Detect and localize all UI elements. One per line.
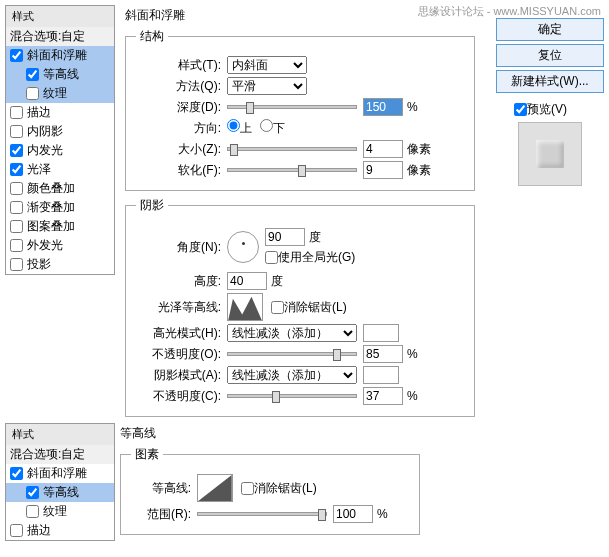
gloss-antialias-label: 消除锯齿(L) — [284, 299, 347, 316]
depth-label: 深度(D): — [136, 99, 221, 116]
angle-input[interactable] — [265, 228, 305, 246]
shadow-mode-select[interactable]: 线性减淡（添加） — [227, 366, 357, 384]
ok-button[interactable]: 确定 — [496, 18, 604, 41]
coloroverlay-check[interactable] — [10, 182, 23, 195]
innershadow-label: 内阴影 — [27, 123, 63, 140]
preview-label: 预览(V) — [527, 101, 567, 118]
gloss-curve[interactable] — [227, 293, 263, 321]
innerglow-label: 内发光 — [27, 142, 63, 159]
blend-options-row[interactable]: 混合选项:自定 — [6, 27, 114, 46]
texture-row-2[interactable]: 纹理 — [6, 502, 114, 521]
outer-glow-row[interactable]: 外发光 — [6, 236, 114, 255]
angle-label: 角度(N): — [136, 239, 221, 256]
elements-legend: 图素 — [131, 446, 163, 463]
preview-box — [518, 122, 582, 186]
gloss-antialias-check[interactable] — [271, 301, 284, 314]
size-slider[interactable] — [227, 147, 357, 151]
contour-row-2[interactable]: 等高线 — [6, 483, 114, 502]
bevel-check-2[interactable] — [10, 467, 23, 480]
soften-slider[interactable] — [227, 168, 357, 172]
global-light-check[interactable] — [265, 251, 278, 264]
direction-label: 方向: — [136, 120, 221, 137]
range-slider[interactable] — [197, 512, 327, 516]
altitude-unit: 度 — [271, 273, 283, 290]
depth-unit: % — [407, 100, 418, 114]
shadow-color-swatch[interactable] — [363, 366, 399, 384]
sh-opacity-input[interactable] — [363, 387, 403, 405]
contour-antialias-check[interactable] — [241, 482, 254, 495]
right-panel: 确定 复位 新建样式(W)... 预览(V) — [496, 15, 604, 186]
panel-header: 样式 — [6, 6, 114, 27]
pattern-overlay-row[interactable]: 图案叠加 — [6, 217, 114, 236]
inner-shadow-row[interactable]: 内阴影 — [6, 122, 114, 141]
size-input[interactable] — [363, 140, 403, 158]
preview-check[interactable] — [514, 103, 527, 116]
outerglow-check[interactable] — [10, 239, 23, 252]
gradoverlay-check[interactable] — [10, 201, 23, 214]
stroke-row-2[interactable]: 描边 — [6, 521, 114, 540]
size-label: 大小(Z): — [136, 141, 221, 158]
bevel-label: 斜面和浮雕 — [27, 47, 87, 64]
texture-check-2[interactable] — [26, 505, 39, 518]
sh-opacity-slider[interactable] — [227, 394, 357, 398]
soften-input[interactable] — [363, 161, 403, 179]
contour-check[interactable] — [26, 68, 39, 81]
contour-check-2[interactable] — [26, 486, 39, 499]
style-label: 样式(T): — [136, 57, 221, 74]
satin-row[interactable]: 光泽 — [6, 160, 114, 179]
texture-row[interactable]: 纹理 — [6, 84, 114, 103]
texture-check[interactable] — [26, 87, 39, 100]
inner-glow-row[interactable]: 内发光 — [6, 141, 114, 160]
main-title: 斜面和浮雕 — [125, 7, 475, 24]
hi-opacity-label: 不透明度(O): — [136, 346, 221, 363]
sh-opacity-label: 不透明度(C): — [136, 388, 221, 405]
contour-label-2: 等高线 — [43, 484, 79, 501]
dir-up[interactable]: 上 — [227, 121, 252, 135]
altitude-input[interactable] — [227, 272, 267, 290]
dir-down[interactable]: 下 — [260, 121, 285, 135]
stroke-row[interactable]: 描边 — [6, 103, 114, 122]
innershadow-check[interactable] — [10, 125, 23, 138]
soften-unit: 像素 — [407, 162, 431, 179]
satin-check[interactable] — [10, 163, 23, 176]
styles-panel-2: 样式 混合选项:自定 斜面和浮雕 等高线 纹理 描边 — [5, 423, 115, 541]
depth-input[interactable] — [363, 98, 403, 116]
size-unit: 像素 — [407, 141, 431, 158]
outerglow-label: 外发光 — [27, 237, 63, 254]
color-overlay-row[interactable]: 颜色叠加 — [6, 179, 114, 198]
bevel-row-2[interactable]: 斜面和浮雕 — [6, 464, 114, 483]
blend-options-row-2[interactable]: 混合选项:自定 — [6, 445, 114, 464]
method-select[interactable]: 平滑 — [227, 77, 307, 95]
gradoverlay-label: 渐变叠加 — [27, 199, 75, 216]
soften-label: 软化(F): — [136, 162, 221, 179]
contour-panel: 等高线 图素 等高线:消除锯齿(L) 范围(R):% — [120, 423, 420, 541]
styles-panel: 样式 混合选项:自定 斜面和浮雕 等高线 纹理 描边 内阴影 内发光 光泽 颜色… — [5, 5, 115, 275]
hi-opacity-input[interactable] — [363, 345, 403, 363]
new-style-button[interactable]: 新建样式(W)... — [496, 70, 604, 93]
coloroverlay-label: 颜色叠加 — [27, 180, 75, 197]
highlight-mode-select[interactable]: 线性减淡（添加） — [227, 324, 357, 342]
contour-label: 等高线 — [43, 66, 79, 83]
patoverlay-check[interactable] — [10, 220, 23, 233]
texture-label: 纹理 — [43, 85, 67, 102]
stroke-check-2[interactable] — [10, 524, 23, 537]
depth-slider[interactable] — [227, 105, 357, 109]
structure-legend: 结构 — [136, 28, 168, 45]
reset-button[interactable]: 复位 — [496, 44, 604, 67]
satin-label: 光泽 — [27, 161, 51, 178]
contour-antialias-label: 消除锯齿(L) — [254, 480, 317, 497]
range-input[interactable] — [333, 505, 373, 523]
hi-opacity-slider[interactable] — [227, 352, 357, 356]
bevel-row[interactable]: 斜面和浮雕 — [6, 46, 114, 65]
gradient-overlay-row[interactable]: 渐变叠加 — [6, 198, 114, 217]
stroke-check[interactable] — [10, 106, 23, 119]
innerglow-check[interactable] — [10, 144, 23, 157]
dropshadow-check[interactable] — [10, 258, 23, 271]
drop-shadow-row[interactable]: 投影 — [6, 255, 114, 274]
contour-row[interactable]: 等高线 — [6, 65, 114, 84]
bevel-check[interactable] — [10, 49, 23, 62]
style-select[interactable]: 内斜面 — [227, 56, 307, 74]
contour-curve[interactable] — [197, 474, 233, 502]
angle-control[interactable] — [227, 231, 259, 263]
highlight-color-swatch[interactable] — [363, 324, 399, 342]
